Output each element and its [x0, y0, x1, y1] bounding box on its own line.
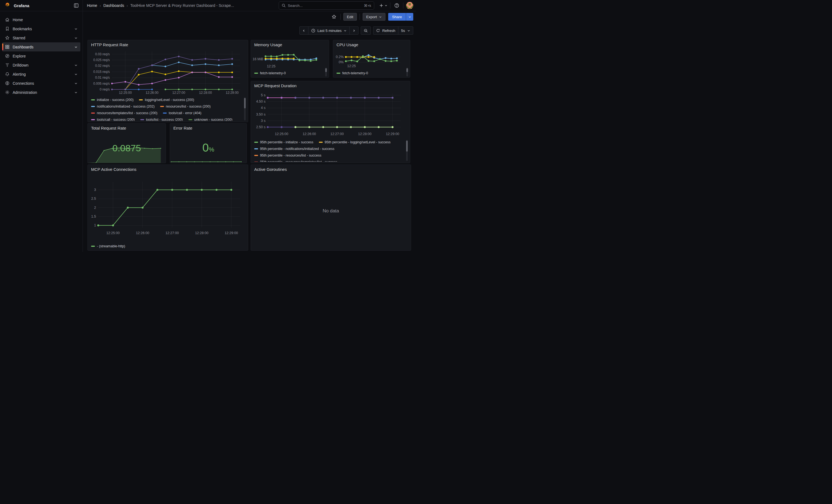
sidebar-item-starred[interactable]: Starred — [2, 33, 80, 43]
scrollbar-thumb[interactable] — [406, 68, 408, 72]
zoom-out-icon — [364, 29, 368, 33]
legend-scrollbar[interactable] — [406, 68, 408, 77]
legend-swatch — [91, 119, 95, 120]
svg-text:12:26:00: 12:26:00 — [136, 231, 149, 235]
chevron-down-icon[interactable] — [74, 45, 78, 49]
sidebar-item-alerting[interactable]: Alerting — [2, 70, 80, 79]
divider — [390, 2, 390, 8]
refresh-interval-select[interactable]: 5s — [398, 27, 413, 34]
sidebar-toggle-icon[interactable] — [74, 3, 79, 8]
sidebar-item-connections[interactable]: Connections — [2, 79, 80, 88]
time-shift-back-button[interactable] — [300, 27, 308, 34]
legend-item[interactable]: tools/call - success (200) — [91, 118, 135, 121]
mcp-active-connections-chart[interactable]: 32.521.5112:25:0012:26:0012:27:0012:28:0… — [88, 165, 248, 243]
breadcrumb-dashboards[interactable]: Dashboards — [103, 3, 124, 8]
error-rate-value: 0% — [170, 141, 246, 154]
svg-text:12:27:00: 12:27:00 — [165, 231, 179, 235]
sidebar-item-home[interactable]: Home — [2, 15, 80, 24]
error-rate-sparkline[interactable] — [170, 158, 247, 163]
brand-title: Grafana — [14, 3, 29, 8]
chevron-down-icon[interactable] — [74, 27, 78, 30]
legend-item[interactable]: 95th percentile - initialize - success — [254, 140, 313, 144]
legend-label: 95th percentile - resources/list - succe… — [260, 154, 321, 157]
cpu-usage-chart[interactable]: 0.2%0%12:25 — [333, 40, 410, 72]
legend-item[interactable]: tools/list - success (200) — [140, 118, 183, 121]
legend-item[interactable]: fetch-telemetry-0 — [337, 71, 368, 75]
grafana-logo-icon[interactable] — [4, 2, 11, 9]
chevron-down-icon[interactable] — [74, 36, 78, 39]
svg-text:2.5: 2.5 — [92, 197, 96, 201]
svg-text:2: 2 — [94, 206, 96, 210]
legend-scrollbar[interactable] — [325, 68, 327, 77]
legend-label: notifications/initialized - success (202… — [97, 105, 155, 108]
chevron-down-icon[interactable] — [74, 91, 78, 94]
refresh-button[interactable]: Refresh — [373, 27, 398, 34]
http-request-rate-chart[interactable]: 0.03 req/s0.025 req/s0.02 req/s0.015 req… — [88, 40, 248, 97]
help-icon[interactable] — [393, 2, 400, 9]
legend-item[interactable]: fetch-telemetry-0 — [254, 71, 286, 75]
memory-usage-chart[interactable]: 16 MiB12:25 — [251, 40, 329, 72]
legend-item[interactable]: 95th percentile - logging/setLevel - suc… — [319, 140, 391, 144]
search-shortcut: ⌘+k — [364, 4, 371, 8]
legend-item[interactable]: logging/setLevel - success (200) — [139, 98, 194, 102]
chevron-down-icon[interactable] — [74, 73, 78, 76]
chevron-down-icon[interactable] — [74, 82, 78, 85]
search-input[interactable]: Search... ⌘+k — [279, 1, 374, 10]
legend-item[interactable]: - (streamable-http) — [91, 244, 125, 248]
scrollbar-thumb[interactable] — [244, 98, 246, 108]
legend-item[interactable]: 95th percentile - resources/templates/li… — [254, 160, 337, 162]
error-rate-number: 0 — [203, 141, 209, 154]
legend-item[interactable]: resources/templates/list - success (200) — [91, 111, 157, 115]
legend-item[interactable]: tools/call - error (404) — [163, 111, 201, 115]
drilldown-icon — [5, 63, 10, 68]
compass-icon — [5, 54, 10, 58]
svg-text:12:28:00: 12:28:00 — [195, 231, 209, 235]
panel-cpu-usage: CPU Usage 0.2%0%12:25 fetch-telemetry-0 — [333, 40, 410, 78]
sidebar-item-explore[interactable]: Explore — [2, 51, 80, 60]
legend-swatch — [91, 246, 95, 247]
svg-text:12:26:00: 12:26:00 — [303, 132, 316, 136]
svg-text:5 s: 5 s — [261, 93, 265, 97]
chevron-down-icon[interactable] — [74, 63, 78, 67]
time-range-picker[interactable]: Last 5 minutes — [308, 27, 350, 34]
time-shift-forward-button[interactable] — [349, 27, 358, 34]
legend-scrollbar[interactable] — [406, 140, 408, 161]
legend-swatch — [254, 161, 258, 162]
mcp-request-duration-chart[interactable]: 5 s4.50 s4 s3.50 s3 s2.50 s12:25:0012:26… — [251, 81, 410, 139]
legend-label: logging/setLevel - success (200) — [145, 98, 194, 102]
sidebar-item-dashboards[interactable]: Dashboards — [2, 43, 80, 51]
svg-text:0.015 req/s: 0.015 req/s — [93, 70, 110, 74]
scrollbar-thumb[interactable] — [325, 68, 327, 72]
legend-swatch — [140, 119, 144, 120]
legend-label: resources/list - success (200) — [166, 105, 211, 108]
legend-scrollbar[interactable] — [244, 97, 246, 121]
sidebar-item-administration[interactable]: Administration — [2, 88, 80, 97]
legend-item[interactable]: 95th percentile - notifications/initiali… — [254, 147, 334, 151]
legend-item[interactable]: notifications/initialized - success (202… — [91, 105, 155, 108]
legend-item[interactable]: unknown - success (200) — [188, 118, 233, 121]
dashboards-grid-icon — [5, 45, 10, 49]
add-button[interactable] — [379, 3, 387, 8]
sidebar-item-bookmarks[interactable]: Bookmarks — [2, 24, 80, 33]
sidebar: Grafana Home Bookmarks Sta — [0, 0, 83, 252]
breadcrumb-home[interactable]: Home — [87, 3, 97, 8]
share-menu-button[interactable] — [406, 13, 413, 21]
sidebar-item-label: Starred — [12, 36, 25, 40]
chart-legend: initialize - success (200)logging/setLev… — [91, 97, 242, 121]
search-placeholder: Search... — [288, 4, 362, 8]
export-button[interactable]: Export — [363, 13, 386, 21]
svg-text:0%: 0% — [339, 60, 344, 64]
scrollbar-thumb[interactable] — [406, 140, 408, 152]
plug-icon — [5, 81, 10, 85]
edit-button[interactable]: Edit — [343, 13, 357, 21]
share-button[interactable]: Share — [388, 13, 406, 21]
export-button-label: Export — [366, 15, 377, 19]
legend-item[interactable]: initialize - success (200) — [91, 98, 133, 102]
legend-item[interactable]: 95th percentile - resources/list - succe… — [254, 154, 321, 157]
zoom-out-button[interactable] — [361, 27, 371, 34]
favorite-star-icon[interactable] — [331, 13, 338, 20]
sidebar-item-drilldown[interactable]: Drilldown — [2, 60, 80, 70]
legend-swatch — [160, 106, 164, 107]
avatar[interactable] — [406, 2, 413, 9]
legend-item[interactable]: resources/list - success (200) — [160, 105, 211, 108]
